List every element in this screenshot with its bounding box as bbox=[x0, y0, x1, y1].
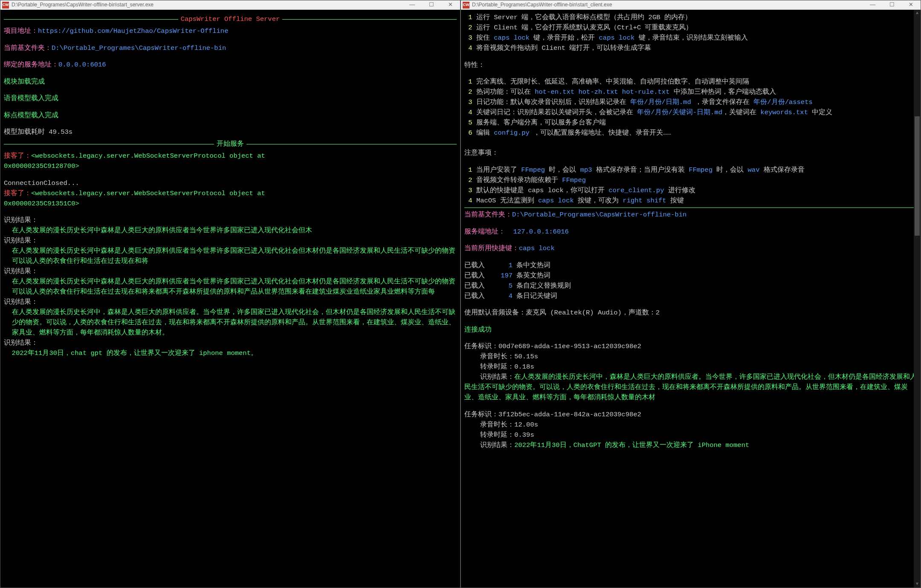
server-window-title: D:\Portable_Programes\CapsWriter-offline… bbox=[11, 1, 403, 9]
loaded-rules: 已载入 5 条自定义替换规则 bbox=[464, 281, 917, 291]
close-button[interactable]: ✕ bbox=[901, 0, 921, 10]
result-2: 在人类发展的漫长历史长河中森林是人类巨大的原料供应者当今世界许多国家已进入现代化… bbox=[4, 246, 457, 266]
result-label-3: 识别结果： bbox=[4, 266, 457, 277]
result-label-4: 识别结果： bbox=[4, 297, 457, 307]
feature-5: 5服务端、客户端分离，可以服务多台客户端 bbox=[464, 118, 917, 128]
feature-1: 1完全离线、无限时长、低延迟、高准确率、中英混输、自动阿拉伯数字、自动调整中英间… bbox=[464, 77, 917, 87]
result-4: 在人类发展的漫长历史长河中，森林是人类巨大的原料供应者。当今世界，许多国家已进入… bbox=[4, 307, 457, 338]
step-4: 4将音视频文件拖动到 Client 端打开，可以转录生成字幕 bbox=[464, 43, 917, 53]
server-terminal[interactable]: CapsWriter Offline Server 项目地址：https://g… bbox=[0, 10, 460, 588]
scroll-up-icon[interactable]: ▲ bbox=[914, 10, 921, 17]
step-2: 2运行 Client 端，它会打开系统默认麦克风（Ctrl+C 可重载麦克风） bbox=[464, 23, 917, 33]
result-1: 在人类发展的漫长历史长河中森林是人类巨大的原料供应者当今世界许多国家已进入现代化… bbox=[4, 225, 457, 236]
features-label: 特性： bbox=[464, 60, 917, 70]
note-3: 3默认的快捷键是 caps lock，你可以打开 core_client.py … bbox=[464, 185, 917, 196]
result-label-5: 识别结果： bbox=[4, 338, 457, 348]
client-folder-line: 当前基文件夹：D:\Portable_Programes\CapsWriter-… bbox=[464, 210, 917, 220]
start-service-divider: 开始服务 bbox=[4, 139, 457, 149]
server-titlebar[interactable]: CW D:\Portable_Programes\CapsWriter-offl… bbox=[0, 0, 460, 10]
hotkey-line: 当前所用快捷键：caps lock bbox=[464, 243, 917, 254]
start-service-label: 开始服务 bbox=[214, 139, 246, 149]
result-label-1: 识别结果： bbox=[4, 215, 457, 225]
result-5: 2022年11月30日，chat gpt 的发布，让世界又一次迎来了 iphon… bbox=[4, 348, 457, 358]
connection-closed: ConnectionClosed... bbox=[4, 178, 457, 188]
step-3: 3按住 caps lock 键，录音开始，松开 caps lock 键，录音结束… bbox=[464, 33, 917, 43]
note-4: 4MacOS 无法监测到 caps lock 按键，可改为 right shif… bbox=[464, 196, 917, 206]
task-2-id: 任务标识：3f12b5ec-adda-11ee-842a-ac12039c98e… bbox=[464, 409, 917, 420]
maximize-button[interactable]: ☐ bbox=[882, 0, 901, 10]
model-load-time: 模型加载耗时 49.53s bbox=[4, 127, 457, 137]
current-folder-line: 当前基文件夹：D:\Portable_Programes\CapsWriter-… bbox=[4, 43, 457, 53]
bind-address-line: 绑定的服务地址：0.0.0.0:6016 bbox=[4, 60, 457, 70]
app-icon: CW bbox=[2, 2, 9, 9]
result-3: 在人类发展的漫长历史长河中森林是人类巨大的原料供应者当今世界许多国家已进入现代化… bbox=[4, 277, 457, 297]
feature-3: 3日记功能：默认每次录音识别后，识别结果记录在 年份/月份/日期.md ，录音文… bbox=[464, 97, 917, 107]
loaded-cn-hotwords: 已载入 1 条中文热词 bbox=[464, 260, 917, 271]
step-1: 1运行 Server 端，它会载入语音和标点模型（共占用约 2GB 的内存） bbox=[464, 12, 917, 23]
connection-2: 接客了：<websockets.legacy.server.WebSocketS… bbox=[4, 188, 457, 199]
task-2-result: 识别结果：2022年11月30日，ChatGPT 的发布，让世界又一次迎来了 i… bbox=[464, 440, 917, 450]
feature-4: 4关键词日记：识别结果若以关键词开头，会被记录在 年份/月份/关键词-日期.md… bbox=[464, 107, 917, 118]
feature-6: 6编辑 config.py ，可以配置服务端地址、快捷键、录音开关…… bbox=[464, 128, 917, 138]
audio-device-line: 使用默认音频设备：麦克风 (Realtek(R) Audio)，声道数：2 bbox=[464, 308, 917, 318]
maximize-button[interactable]: ☐ bbox=[422, 0, 441, 10]
result-label-2: 识别结果： bbox=[4, 236, 457, 246]
task-1-delay: 转录时延：0.18s bbox=[464, 362, 917, 372]
feature-2: 2热词功能：可以在 hot-en.txt hot-zh.txt hot-rule… bbox=[464, 87, 917, 97]
loaded-en-hotwords: 已载入 197 条英文热词 bbox=[464, 271, 917, 281]
client-titlebar[interactable]: CW D:\Portable_Programes\CapsWriter-offl… bbox=[461, 0, 921, 10]
note-1: 1当用户安装了 FFmpeg 时，会以 mp3 格式保存录音；当用户没有装 FF… bbox=[464, 165, 917, 175]
close-button[interactable]: ✕ bbox=[441, 0, 460, 10]
client-terminal[interactable]: 1运行 Server 端，它会载入语音和标点模型（共占用约 2GB 的内存） 2… bbox=[461, 10, 921, 588]
note-2: 2音视频文件转录功能依赖于 FFmpeg bbox=[464, 175, 917, 185]
speech-loaded: 语音模型载入完成 bbox=[4, 93, 457, 104]
scrollbar[interactable]: ▲ ▼ bbox=[914, 10, 921, 588]
server-banner: CapsWriter Offline Server bbox=[178, 14, 283, 24]
modules-loaded: 模块加载完成 bbox=[4, 77, 457, 87]
task-1-id: 任务标识：00d7e689-adda-11ee-9513-ac12039c98e… bbox=[464, 341, 917, 352]
project-address-line: 项目地址：https://github.com/HaujetZhao/CapsW… bbox=[4, 26, 457, 36]
banner-divider: CapsWriter Offline Server bbox=[4, 14, 457, 24]
scroll-thumb[interactable] bbox=[915, 116, 920, 236]
minimize-button[interactable]: — bbox=[863, 0, 882, 10]
connection-success: 连接成功 bbox=[464, 325, 917, 335]
notes-label: 注意事项： bbox=[464, 148, 917, 158]
task-2-delay: 转录时延：0.39s bbox=[464, 430, 917, 440]
loaded-keywords: 已载入 4 条日记关键词 bbox=[464, 291, 917, 301]
task-2-rec-len: 录音时长：12.00s bbox=[464, 420, 917, 430]
punct-loaded: 标点模型载入完成 bbox=[4, 110, 457, 121]
task-1-rec-len: 录音时长：50.15s bbox=[464, 352, 917, 362]
app-icon: CW bbox=[463, 2, 469, 9]
divider bbox=[464, 208, 917, 208]
client-window-title: D:\Portable_Programes\CapsWriter-offline… bbox=[471, 1, 863, 9]
server-window: CW D:\Portable_Programes\CapsWriter-offl… bbox=[0, 0, 460, 588]
scroll-down-icon[interactable]: ▼ bbox=[914, 581, 921, 588]
server-address-line: 服务端地址： 127.0.0.1:6016 bbox=[464, 227, 917, 237]
connection-1: 接客了：<websockets.legacy.server.WebSocketS… bbox=[4, 151, 457, 161]
client-window: CW D:\Portable_Programes\CapsWriter-offl… bbox=[460, 0, 921, 588]
project-url: https://github.com/HaujetZhao/CapsWriter… bbox=[38, 27, 228, 35]
task-1-result: 识别结果：在人类发展的漫长历史长河中，森林是人类巨大的原料供应者。当今世界，许多… bbox=[464, 372, 917, 403]
minimize-button[interactable]: — bbox=[403, 0, 422, 10]
